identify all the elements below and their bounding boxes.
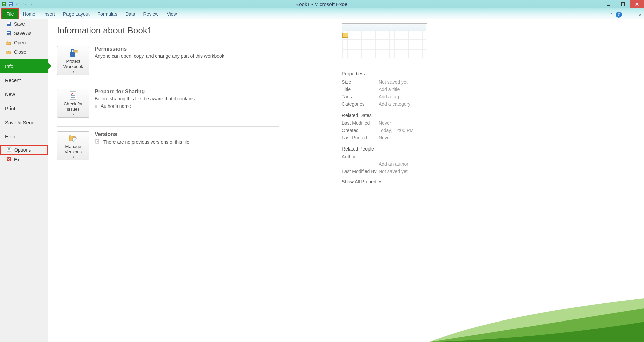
sidebar-nav-print[interactable]: Print [0, 101, 48, 115]
tab-home[interactable]: Home [19, 9, 39, 19]
prop-add-author[interactable]: Add an author [342, 160, 436, 168]
tab-review[interactable]: Review [139, 9, 163, 19]
prepare-text: Before sharing this file, be aware that … [95, 96, 196, 101]
prepare-bullet-text: Author's name [101, 103, 131, 109]
manage-versions-button[interactable]: Manage Versions ▾ [57, 131, 89, 160]
sidebar-save-as[interactable]: Save As [0, 29, 48, 38]
sidebar-options-label: Options [14, 147, 31, 153]
close-icon [6, 49, 11, 55]
sidebar-save[interactable]: Save [0, 19, 48, 29]
decorative-swoosh [429, 295, 644, 342]
window-title: Book1 - Microsoft Excel [0, 1, 644, 7]
prop-title[interactable]: TitleAdd a title [342, 86, 436, 93]
tab-data[interactable]: Data [121, 9, 139, 19]
chevron-down-icon: ▾ [364, 73, 366, 76]
dropdown-caret-icon: ▾ [73, 113, 74, 116]
svg-point-25 [74, 139, 76, 141]
sidebar-nav-new[interactable]: New [0, 87, 48, 101]
ribbon-minimize-icon[interactable]: ⌃ [610, 13, 613, 17]
properties-heading[interactable]: Properties▾ [342, 71, 436, 76]
prop-tags[interactable]: TagsAdd a tag [342, 93, 436, 100]
dropdown-caret-icon: ▾ [73, 70, 74, 73]
svg-rect-22 [71, 95, 75, 96]
sidebar-save-label: Save [14, 21, 25, 27]
sidebar-save-as-label: Save As [14, 31, 31, 36]
options-icon [6, 147, 12, 153]
permissions-text: Anyone can open, copy, and change any pa… [95, 53, 226, 59]
manage-versions-label: Manage Versions [57, 144, 89, 155]
sidebar-nav-help[interactable]: Help [0, 129, 48, 143]
versions-icon [68, 133, 79, 144]
svg-rect-10 [7, 22, 10, 24]
properties-panel: Properties▾ SizeNot saved yet TitleAdd a… [342, 23, 436, 184]
svg-rect-23 [71, 97, 75, 98]
sidebar-options[interactable]: Options [0, 145, 48, 155]
sidebar-exit-label: Exit [14, 157, 22, 162]
ribbon-tabs: File Home Insert Page Layout Formulas Da… [0, 8, 644, 19]
lock-icon [68, 48, 79, 58]
related-people-heading: Related People [342, 146, 436, 152]
sidebar-open-label: Open [14, 40, 26, 45]
help-icon[interactable]: ? [616, 12, 622, 18]
show-all-properties-link[interactable]: Show All Properties [342, 179, 382, 184]
svg-rect-20 [74, 50, 77, 52]
tab-insert[interactable]: Insert [39, 9, 59, 19]
sidebar-nav-save-send[interactable]: Save & Send [0, 115, 48, 129]
svg-rect-12 [7, 32, 10, 33]
sidebar-nav-info[interactable]: Info [0, 59, 48, 73]
sidebar-close-label: Close [14, 49, 26, 55]
permissions-heading: Permissions [95, 46, 226, 52]
check-issues-label: Check for Issues [57, 102, 89, 112]
tab-view[interactable]: View [163, 9, 181, 19]
open-icon [6, 40, 11, 45]
protect-workbook-label: Protect Workbook [57, 59, 89, 69]
workbook-restore-icon[interactable]: ❐ [632, 12, 636, 17]
protect-workbook-button[interactable]: Protect Workbook ▾ [57, 46, 89, 75]
exit-icon [6, 157, 11, 163]
sidebar-nav-recent[interactable]: Recent [0, 73, 48, 87]
workbook-close-icon[interactable]: ✕ [638, 12, 642, 17]
workbook-minimize-icon[interactable]: — [625, 12, 629, 17]
prop-last-modified-by: Last Modified ByNot saved yet [342, 168, 436, 175]
tab-file[interactable]: File [2, 9, 19, 19]
tab-formulas[interactable]: Formulas [94, 9, 121, 19]
versions-text: There are no previous versions of this f… [103, 139, 191, 145]
prop-size: SizeNot saved yet [342, 78, 436, 86]
section-versions: Manage Versions ▾ Versions There are no … [57, 126, 279, 169]
prop-last-modified: Last ModifiedNever [342, 119, 436, 127]
title-bar: X ↶ ↷ ▾ Book1 - Microsoft Excel [0, 0, 644, 8]
tab-page-layout[interactable]: Page Layout [59, 9, 94, 19]
prop-author: Author [342, 153, 436, 160]
prop-created: CreatedToday, 12:00 PM [342, 127, 436, 134]
document-thumbnail [342, 23, 427, 66]
bullet-icon [95, 105, 97, 108]
sidebar-open[interactable]: Open [0, 38, 48, 47]
section-prepare: Check for Issues ▾ Prepare for Sharing B… [57, 84, 279, 126]
checklist-icon [68, 90, 79, 101]
section-permissions: Protect Workbook ▾ Permissions Anyone ca… [57, 41, 279, 84]
prepare-bullet: Author's name [95, 103, 196, 109]
prepare-heading: Prepare for Sharing [95, 89, 196, 95]
prop-last-printed: Last PrintedNever [342, 134, 436, 141]
related-dates-heading: Related Dates [342, 113, 436, 118]
svg-rect-14 [8, 148, 10, 149]
prop-categories[interactable]: CategoriesAdd a category [342, 100, 436, 108]
backstage-main: Information about Book1 Protect Workbook… [48, 19, 644, 342]
sidebar-exit[interactable]: Exit [0, 155, 48, 164]
check-issues-button[interactable]: Check for Issues ▾ [57, 89, 89, 118]
versions-heading: Versions [95, 131, 191, 137]
save-icon [6, 21, 11, 27]
document-icon [95, 139, 100, 145]
svg-rect-15 [8, 149, 10, 150]
sidebar-close[interactable]: Close [0, 47, 48, 57]
dropdown-caret-icon: ▾ [73, 155, 74, 159]
svg-rect-19 [70, 52, 75, 57]
save-as-icon [6, 31, 11, 36]
backstage-sidebar: Save Save As Open Close Info Recent New … [0, 19, 48, 342]
